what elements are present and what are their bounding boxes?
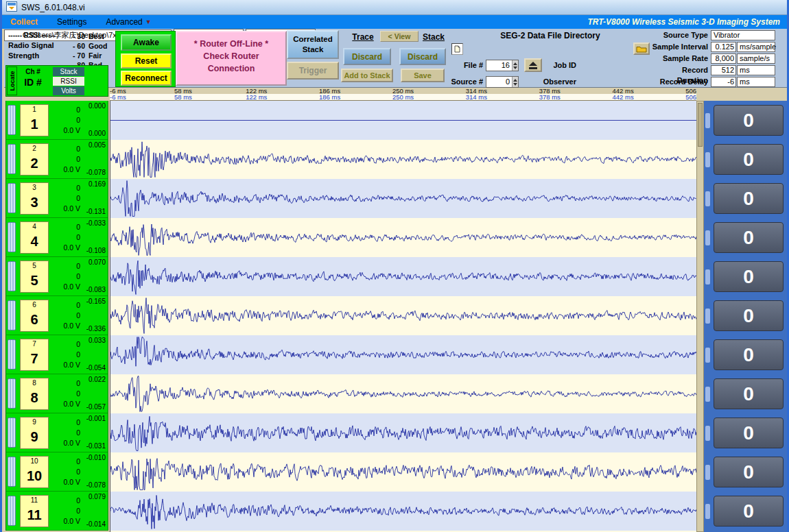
- stack-count-display[interactable]: 0: [714, 378, 784, 409]
- display-handle[interactable]: [705, 504, 710, 519]
- stack-count-display[interactable]: 0: [714, 183, 784, 214]
- trace-min-value: -0.078: [86, 169, 106, 176]
- spinner-arrows-icon[interactable]: [512, 77, 518, 87]
- trace-min-value: -0.031: [86, 442, 106, 450]
- channel-row: 1010000.0 V-0.010-0.078: [5, 452, 108, 492]
- view-button[interactable]: < View: [380, 31, 419, 42]
- increment-file-button[interactable]: [524, 58, 542, 72]
- scrollbar-thumb[interactable]: [698, 103, 703, 147]
- locate-button[interactable]: Locate: [7, 66, 17, 95]
- folder-icon: [636, 45, 647, 53]
- param-label: Record Delay: [649, 77, 708, 87]
- trace-max-value: 0.070: [89, 258, 106, 266]
- channel-id-box[interactable]: 88: [20, 378, 49, 410]
- stack-count-display[interactable]: 0: [714, 457, 784, 487]
- time-axis-label: 250 ms: [392, 93, 414, 101]
- display-handle[interactable]: [705, 191, 710, 206]
- channel-id-box[interactable]: 44: [20, 221, 49, 254]
- channel-row: 77000.0 V0.033-0.054: [5, 335, 108, 374]
- channel-id-box[interactable]: 11: [20, 104, 49, 136]
- stack-count-panel: 00000000000: [704, 101, 789, 532]
- rssi-level-value: - 60: [67, 41, 85, 51]
- trigger-button[interactable]: Trigger: [287, 62, 339, 80]
- locate-channel-button[interactable]: [8, 496, 16, 526]
- stack-section-label: Stack: [419, 32, 449, 42]
- stack-count-display[interactable]: 0: [714, 222, 784, 253]
- display-row: 0: [704, 374, 789, 413]
- channel-row: 11000.0 V0.0000.000: [5, 101, 108, 140]
- seismic-trace-display: [110, 101, 697, 532]
- channel-number: 6: [21, 300, 48, 309]
- stack-count-display[interactable]: 0: [714, 418, 784, 448]
- reconnect-button[interactable]: Reconnect: [121, 71, 172, 86]
- channel-row: 1111000.0 V0.079-0.014: [5, 492, 108, 531]
- time-axis-label: 122 ms: [246, 93, 267, 101]
- channel-id-box[interactable]: 99: [20, 417, 49, 449]
- display-handle[interactable]: [705, 309, 710, 324]
- stack-count-display[interactable]: 0: [714, 261, 784, 292]
- param-value[interactable]: 512: [711, 65, 736, 75]
- browse-folder-button[interactable]: [633, 43, 650, 55]
- display-handle[interactable]: [705, 113, 710, 128]
- locate-channel-button[interactable]: [8, 144, 16, 174]
- channel-id-box[interactable]: 1111: [20, 495, 49, 527]
- menu-collect[interactable]: Collect: [2, 17, 47, 27]
- spinner-arrows-icon[interactable]: [512, 60, 518, 71]
- menu-settings[interactable]: Settings: [47, 17, 96, 27]
- locate-channel-button[interactable]: [8, 300, 16, 330]
- param-value[interactable]: 0.125: [711, 42, 736, 52]
- trace-discard-button[interactable]: Discard: [343, 48, 391, 65]
- locate-channel-button[interactable]: [8, 457, 16, 487]
- correlated-stack-button[interactable]: Correlated Stack: [287, 30, 339, 59]
- vi-icon: [6, 1, 17, 13]
- save-button[interactable]: Save: [401, 69, 445, 82]
- display-handle[interactable]: [705, 269, 710, 285]
- display-handle[interactable]: [705, 426, 710, 441]
- display-row: 0: [704, 335, 789, 374]
- param-value[interactable]: -6: [711, 77, 736, 87]
- title-bar[interactable]: SWS_6.01.048.vi: [2, 0, 787, 15]
- stack-count-display[interactable]: 0: [714, 144, 784, 175]
- display-handle[interactable]: [705, 465, 710, 480]
- locate-channel-button[interactable]: [8, 183, 16, 213]
- rssi-level-label: Best: [89, 32, 104, 41]
- stack-count-display[interactable]: 0: [714, 300, 784, 331]
- display-handle[interactable]: [705, 230, 710, 245]
- reset-button[interactable]: Reset: [121, 53, 172, 69]
- trace-scrollbar[interactable]: [696, 101, 704, 532]
- channel-id-box[interactable]: 1010: [20, 456, 49, 488]
- add-to-stack-button[interactable]: Add to Stack: [341, 69, 393, 82]
- param-value[interactable]: Vibrator: [711, 30, 775, 40]
- display-handle[interactable]: [705, 348, 710, 363]
- stack-count-display[interactable]: 0: [714, 339, 784, 370]
- stack-value: 0: [47, 271, 80, 282]
- channel-id-box[interactable]: 77: [20, 339, 49, 371]
- channel-id: 8: [21, 387, 48, 408]
- param-value[interactable]: 8,000: [711, 53, 736, 64]
- locate-channel-button[interactable]: [8, 105, 16, 135]
- channel-id: 6: [21, 309, 48, 330]
- channel-number: 2: [21, 144, 48, 153]
- locate-channel-button[interactable]: [8, 222, 16, 252]
- locate-channel-button[interactable]: [8, 418, 16, 448]
- channel-id-box[interactable]: 33: [20, 182, 49, 215]
- stack-discard-button[interactable]: Discard: [399, 48, 446, 65]
- stack-count-display[interactable]: 0: [714, 496, 784, 527]
- display-handle[interactable]: [705, 387, 710, 402]
- display-handle[interactable]: [705, 152, 710, 167]
- file-number-stepper[interactable]: 16: [486, 60, 519, 71]
- channel-id-box[interactable]: 55: [20, 261, 49, 293]
- stack-value: 0: [47, 428, 80, 438]
- locate-channel-button[interactable]: [8, 378, 16, 409]
- param-unit: ms: [737, 65, 775, 75]
- trace-min-value: -0.054: [86, 364, 106, 372]
- stack-count-display[interactable]: 0: [714, 105, 784, 136]
- channel-id-box[interactable]: 22: [20, 143, 49, 176]
- source-number-stepper[interactable]: 0: [486, 76, 519, 88]
- locate-channel-button[interactable]: [8, 339, 16, 370]
- awake-button[interactable]: Awake: [121, 34, 172, 51]
- channel-id-box[interactable]: 66: [20, 300, 49, 332]
- locate-channel-button[interactable]: [8, 261, 16, 291]
- menu-advanced[interactable]: Advanced ▼: [96, 17, 161, 27]
- channel-row: 33000.0 V0.169-0.131: [5, 179, 108, 218]
